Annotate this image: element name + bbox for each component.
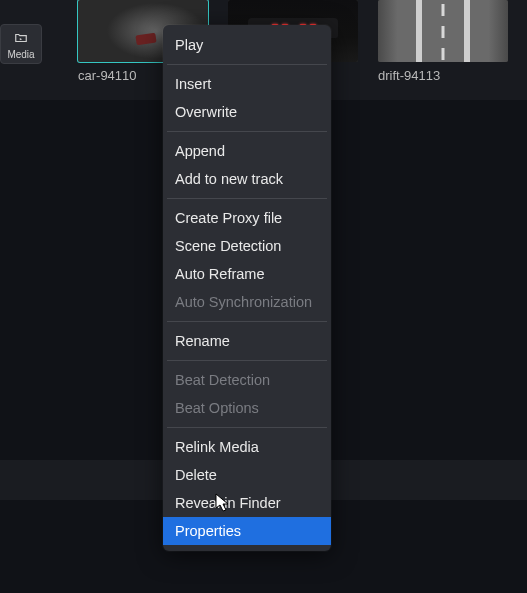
context-menu-separator	[167, 321, 327, 322]
context-menu-item: Beat Detection	[163, 366, 331, 394]
context-menu-item[interactable]: Insert	[163, 70, 331, 98]
context-menu-item[interactable]: Delete	[163, 461, 331, 489]
context-menu-item: Auto Synchronization	[163, 288, 331, 316]
context-menu-item[interactable]: Append	[163, 137, 331, 165]
thumbnail-label: drift-94113	[378, 68, 440, 83]
context-menu-separator	[167, 427, 327, 428]
context-menu: PlayInsertOverwriteAppendAdd to new trac…	[163, 25, 331, 551]
context-menu-item[interactable]: Relink Media	[163, 433, 331, 461]
context-menu-item[interactable]: Play	[163, 31, 331, 59]
import-media-label: Media	[7, 49, 34, 60]
context-menu-item[interactable]: Create Proxy file	[163, 204, 331, 232]
context-menu-item[interactable]: Add to new track	[163, 165, 331, 193]
context-menu-item[interactable]: Properties	[163, 517, 331, 545]
context-menu-item[interactable]: Rename	[163, 327, 331, 355]
context-menu-item: Beat Options	[163, 394, 331, 422]
context-menu-item[interactable]: Scene Detection	[163, 232, 331, 260]
context-menu-item[interactable]: Auto Reframe	[163, 260, 331, 288]
context-menu-separator	[167, 131, 327, 132]
context-menu-separator	[167, 64, 327, 65]
context-menu-separator	[167, 198, 327, 199]
context-menu-item[interactable]: Reveal in Finder	[163, 489, 331, 517]
import-media-button[interactable]: Media	[0, 24, 42, 64]
media-thumbnail[interactable]: drift-94113	[378, 0, 508, 83]
thumbnail-image	[378, 0, 508, 62]
context-menu-separator	[167, 360, 327, 361]
thumbnail-label: car-94110	[78, 68, 137, 83]
context-menu-item[interactable]: Overwrite	[163, 98, 331, 126]
media-folder-icon	[14, 31, 28, 47]
